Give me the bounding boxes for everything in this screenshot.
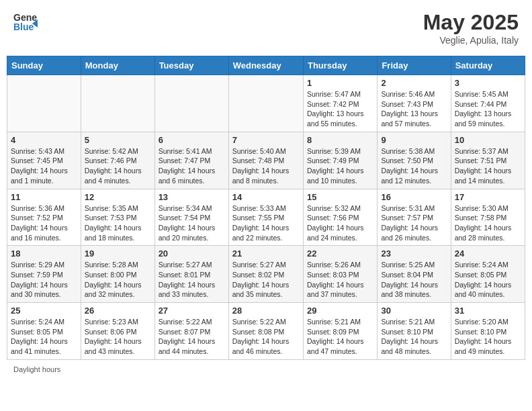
column-header-friday: Friday	[378, 56, 451, 75]
day-number: 11	[11, 192, 77, 202]
day-number: 26	[85, 306, 151, 316]
calendar-cell: 3Sunrise: 5:45 AM Sunset: 7:44 PM Daylig…	[451, 75, 525, 132]
day-number: 1	[307, 78, 373, 88]
calendar-cell: 6Sunrise: 5:41 AM Sunset: 7:47 PM Daylig…	[154, 132, 228, 189]
day-info: Sunrise: 5:22 AM Sunset: 8:08 PM Dayligh…	[232, 317, 300, 357]
day-info: Sunrise: 5:21 AM Sunset: 8:09 PM Dayligh…	[307, 317, 373, 357]
day-info: Sunrise: 5:23 AM Sunset: 8:06 PM Dayligh…	[85, 317, 151, 357]
calendar-cell	[228, 75, 303, 132]
day-info: Sunrise: 5:28 AM Sunset: 8:00 PM Dayligh…	[85, 260, 151, 300]
day-info: Sunrise: 5:39 AM Sunset: 7:49 PM Dayligh…	[307, 146, 373, 186]
calendar-cell: 8Sunrise: 5:39 AM Sunset: 7:49 PM Daylig…	[303, 132, 377, 189]
day-info: Sunrise: 5:43 AM Sunset: 7:45 PM Dayligh…	[11, 146, 77, 186]
day-number: 15	[307, 192, 373, 202]
day-info: Sunrise: 5:34 AM Sunset: 7:54 PM Dayligh…	[159, 203, 225, 243]
svg-text:Blue: Blue	[13, 21, 34, 32]
day-info: Sunrise: 5:24 AM Sunset: 8:05 PM Dayligh…	[455, 260, 521, 300]
calendar-cell: 20Sunrise: 5:27 AM Sunset: 8:01 PM Dayli…	[154, 246, 228, 303]
day-info: Sunrise: 5:46 AM Sunset: 7:43 PM Dayligh…	[381, 89, 447, 129]
calendar-week-2: 4Sunrise: 5:43 AM Sunset: 7:45 PM Daylig…	[7, 132, 525, 189]
calendar-cell: 18Sunrise: 5:29 AM Sunset: 7:59 PM Dayli…	[7, 246, 81, 303]
calendar-cell: 21Sunrise: 5:27 AM Sunset: 8:02 PM Dayli…	[228, 246, 303, 303]
calendar-cell: 30Sunrise: 5:21 AM Sunset: 8:10 PM Dayli…	[378, 303, 451, 360]
day-info: Sunrise: 5:40 AM Sunset: 7:48 PM Dayligh…	[232, 146, 300, 186]
calendar-week-4: 18Sunrise: 5:29 AM Sunset: 7:59 PM Dayli…	[7, 246, 525, 303]
day-info: Sunrise: 5:45 AM Sunset: 7:44 PM Dayligh…	[455, 89, 521, 129]
day-info: Sunrise: 5:35 AM Sunset: 7:53 PM Dayligh…	[85, 203, 151, 243]
day-number: 30	[381, 306, 447, 316]
day-number: 16	[381, 192, 447, 202]
calendar-cell: 29Sunrise: 5:21 AM Sunset: 8:09 PM Dayli…	[303, 303, 377, 360]
day-number: 18	[11, 248, 77, 259]
day-info: Sunrise: 5:27 AM Sunset: 8:01 PM Dayligh…	[159, 260, 225, 300]
day-number: 23	[381, 248, 447, 259]
location-title: Veglie, Apulia, Italy	[423, 35, 519, 46]
day-info: Sunrise: 5:26 AM Sunset: 8:03 PM Dayligh…	[307, 260, 373, 300]
day-info: Sunrise: 5:37 AM Sunset: 7:51 PM Dayligh…	[455, 146, 521, 186]
day-info: Sunrise: 5:24 AM Sunset: 8:05 PM Dayligh…	[11, 317, 77, 357]
calendar-week-3: 11Sunrise: 5:36 AM Sunset: 7:52 PM Dayli…	[7, 189, 525, 246]
calendar-cell: 9Sunrise: 5:38 AM Sunset: 7:50 PM Daylig…	[378, 132, 451, 189]
column-header-tuesday: Tuesday	[154, 56, 228, 75]
column-header-wednesday: Wednesday	[228, 56, 303, 75]
day-number: 22	[307, 248, 373, 259]
day-number: 5	[85, 135, 151, 145]
column-header-saturday: Saturday	[451, 56, 525, 75]
calendar-cell	[81, 75, 154, 132]
calendar-cell: 7Sunrise: 5:40 AM Sunset: 7:48 PM Daylig…	[228, 132, 303, 189]
day-number: 31	[455, 306, 521, 316]
title-block: May 2025 Veglie, Apulia, Italy	[423, 10, 519, 46]
day-info: Sunrise: 5:38 AM Sunset: 7:50 PM Dayligh…	[381, 146, 447, 186]
day-info: Sunrise: 5:27 AM Sunset: 8:02 PM Dayligh…	[232, 260, 300, 300]
calendar-cell: 2Sunrise: 5:46 AM Sunset: 7:43 PM Daylig…	[378, 75, 451, 132]
logo: General Blue	[13, 10, 38, 37]
calendar-cell: 26Sunrise: 5:23 AM Sunset: 8:06 PM Dayli…	[81, 303, 154, 360]
day-number: 2	[381, 78, 447, 88]
calendar-cell	[7, 75, 81, 132]
day-number: 14	[232, 192, 300, 202]
calendar-cell: 12Sunrise: 5:35 AM Sunset: 7:53 PM Dayli…	[81, 189, 154, 246]
day-info: Sunrise: 5:20 AM Sunset: 8:10 PM Dayligh…	[455, 317, 521, 357]
column-header-monday: Monday	[81, 56, 154, 75]
day-info: Sunrise: 5:32 AM Sunset: 7:56 PM Dayligh…	[307, 203, 373, 243]
day-info: Sunrise: 5:36 AM Sunset: 7:52 PM Dayligh…	[11, 203, 77, 243]
page-header: General Blue May 2025 Veglie, Apulia, It…	[7, 7, 525, 49]
calendar-cell: 27Sunrise: 5:22 AM Sunset: 8:07 PM Dayli…	[154, 303, 228, 360]
calendar-cell: 11Sunrise: 5:36 AM Sunset: 7:52 PM Dayli…	[7, 189, 81, 246]
day-number: 20	[159, 248, 225, 259]
calendar-cell: 4Sunrise: 5:43 AM Sunset: 7:45 PM Daylig…	[7, 132, 81, 189]
day-info: Sunrise: 5:42 AM Sunset: 7:46 PM Dayligh…	[85, 146, 151, 186]
calendar-cell: 24Sunrise: 5:24 AM Sunset: 8:05 PM Dayli…	[451, 246, 525, 303]
day-number: 24	[455, 248, 521, 259]
calendar-cell: 17Sunrise: 5:30 AM Sunset: 7:58 PM Dayli…	[451, 189, 525, 246]
logo-icon: General Blue	[13, 10, 38, 37]
calendar-footer: Daylight hours	[7, 364, 525, 375]
daylight-label: Daylight hours	[13, 365, 60, 373]
calendar-week-1: 1Sunrise: 5:47 AM Sunset: 7:42 PM Daylig…	[7, 75, 525, 132]
day-number: 6	[159, 135, 225, 145]
calendar-cell: 10Sunrise: 5:37 AM Sunset: 7:51 PM Dayli…	[451, 132, 525, 189]
calendar-cell: 14Sunrise: 5:33 AM Sunset: 7:55 PM Dayli…	[228, 189, 303, 246]
column-header-thursday: Thursday	[303, 56, 377, 75]
day-number: 7	[232, 135, 300, 145]
day-number: 4	[11, 135, 77, 145]
calendar-week-5: 25Sunrise: 5:24 AM Sunset: 8:05 PM Dayli…	[7, 303, 525, 360]
column-header-sunday: Sunday	[7, 56, 81, 75]
calendar-cell: 19Sunrise: 5:28 AM Sunset: 8:00 PM Dayli…	[81, 246, 154, 303]
day-number: 29	[307, 306, 373, 316]
day-info: Sunrise: 5:33 AM Sunset: 7:55 PM Dayligh…	[232, 203, 300, 243]
day-info: Sunrise: 5:25 AM Sunset: 8:04 PM Dayligh…	[381, 260, 447, 300]
day-number: 3	[455, 78, 521, 88]
day-number: 17	[455, 192, 521, 202]
day-info: Sunrise: 5:29 AM Sunset: 7:59 PM Dayligh…	[11, 260, 77, 300]
day-info: Sunrise: 5:21 AM Sunset: 8:10 PM Dayligh…	[381, 317, 447, 357]
day-number: 10	[455, 135, 521, 145]
calendar-cell: 25Sunrise: 5:24 AM Sunset: 8:05 PM Dayli…	[7, 303, 81, 360]
day-info: Sunrise: 5:31 AM Sunset: 7:57 PM Dayligh…	[381, 203, 447, 243]
calendar-cell: 5Sunrise: 5:42 AM Sunset: 7:46 PM Daylig…	[81, 132, 154, 189]
calendar-cell	[154, 75, 228, 132]
calendar-cell: 31Sunrise: 5:20 AM Sunset: 8:10 PM Dayli…	[451, 303, 525, 360]
calendar-header-row: SundayMondayTuesdayWednesdayThursdayFrid…	[7, 56, 525, 75]
day-info: Sunrise: 5:30 AM Sunset: 7:58 PM Dayligh…	[455, 203, 521, 243]
day-number: 27	[159, 306, 225, 316]
